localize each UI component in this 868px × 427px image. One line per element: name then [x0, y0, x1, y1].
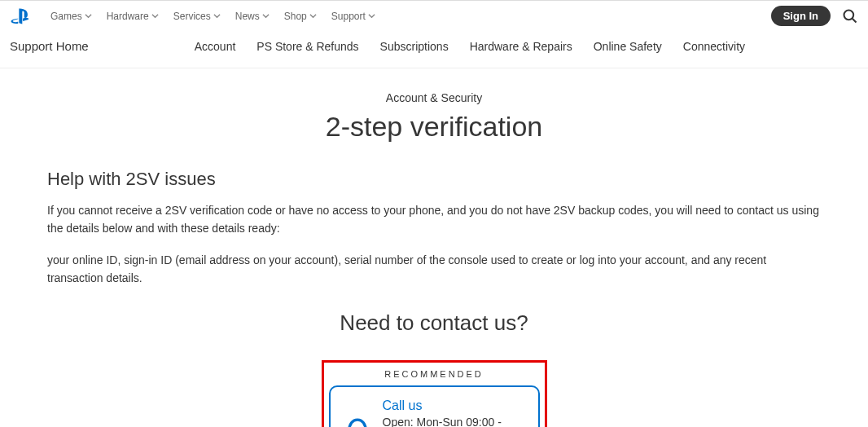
support-home-link[interactable]: Support Home	[10, 39, 89, 53]
page-title: 2-step verification	[0, 111, 868, 143]
nav-label: Hardware	[107, 11, 149, 22]
nav-label: Shop	[284, 11, 307, 22]
chevron-down-icon	[151, 12, 159, 20]
subnav-online-safety[interactable]: Online Safety	[594, 40, 662, 53]
nav-services[interactable]: Services	[170, 9, 224, 24]
chevron-down-icon	[309, 12, 317, 20]
svg-point-0	[844, 10, 854, 20]
nav-hardware[interactable]: Hardware	[103, 9, 162, 24]
nav-label: Games	[50, 11, 82, 22]
svg-line-1	[853, 18, 857, 22]
sign-in-button[interactable]: Sign In	[771, 6, 831, 26]
headset-icon	[344, 416, 371, 427]
nav-label: News	[235, 11, 260, 22]
chevron-down-icon	[368, 12, 375, 20]
subnav-subscriptions[interactable]: Subscriptions	[380, 40, 449, 53]
nav-label: Services	[173, 11, 211, 22]
recommended-label: RECOMMENDED	[329, 369, 540, 379]
call-us-label: Call us	[383, 398, 525, 413]
body-text-2: your online ID, sign-in ID (email addres…	[47, 251, 821, 288]
nav-games[interactable]: Games	[47, 9, 95, 24]
chevron-down-icon	[85, 12, 92, 20]
subnav-ps-store[interactable]: PS Store & Refunds	[256, 40, 358, 53]
subnav-connectivity[interactable]: Connectivity	[683, 40, 745, 53]
playstation-logo-icon[interactable]	[10, 8, 33, 24]
chevron-down-icon	[262, 12, 270, 20]
nav-shop[interactable]: Shop	[281, 9, 320, 24]
body-text-1: If you cannot receive a 2SV verification…	[47, 201, 821, 238]
subnav-account[interactable]: Account	[195, 40, 236, 53]
chevron-down-icon	[213, 12, 221, 20]
nav-support[interactable]: Support	[328, 9, 379, 24]
subnav-hardware-repairs[interactable]: Hardware & Repairs	[470, 40, 572, 53]
contact-heading: Need to contact us?	[47, 310, 821, 336]
search-icon[interactable]	[842, 8, 858, 24]
nav-news[interactable]: News	[232, 9, 273, 24]
nav-label: Support	[331, 11, 366, 22]
top-nav: Games Hardware Services News Shop Suppor…	[0, 1, 868, 31]
breadcrumb: Account & Security	[0, 91, 868, 104]
hours-text: Open: Mon-Sun 09:00 - 19:30	[383, 415, 525, 427]
sub-nav: Support Home Account PS Store & Refunds …	[0, 31, 868, 68]
section-heading: Help with 2SV issues	[47, 169, 821, 190]
contact-card-highlight: RECOMMENDED Call us Open: Mon-Sun 09:00 …	[322, 360, 547, 427]
contact-card[interactable]: Call us Open: Mon-Sun 09:00 - 19:30 1800…	[329, 385, 540, 427]
